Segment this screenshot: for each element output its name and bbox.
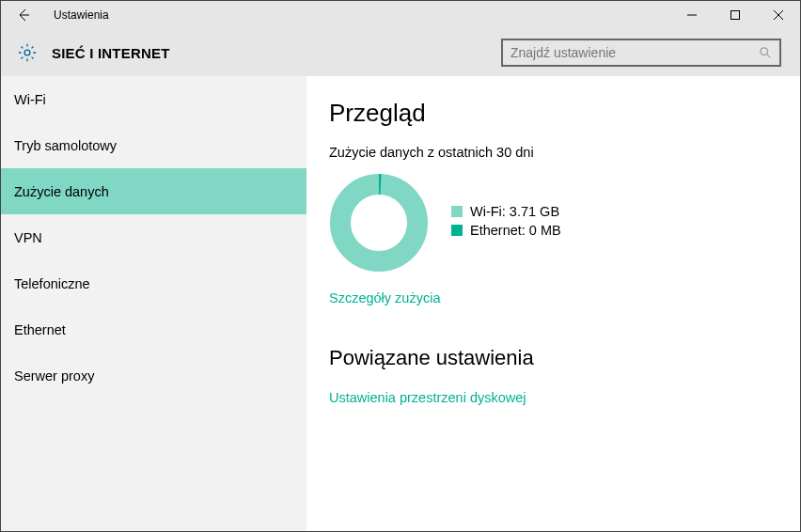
sidebar-item-label: Serwer proxy bbox=[14, 368, 94, 383]
header: SIEĆ I INTERNET bbox=[1, 29, 800, 76]
legend-label: Wi-Fi: 3.71 GB bbox=[470, 204, 559, 219]
sidebar-item-label: Zużycie danych bbox=[14, 184, 109, 199]
sidebar-item-label: Ethernet bbox=[14, 322, 66, 337]
titlebar: Ustawienia bbox=[1, 1, 800, 29]
sidebar-item-label: Wi-Fi bbox=[14, 92, 46, 107]
sidebar-item-proxy[interactable]: Serwer proxy bbox=[1, 352, 306, 399]
sidebar-item-data-usage[interactable]: Zużycie danych bbox=[1, 168, 306, 214]
sidebar-item-vpn[interactable]: VPN bbox=[1, 214, 306, 260]
chart-legend: Wi-Fi: 3.71 GB Ethernet: 0 MB bbox=[451, 204, 561, 242]
sidebar-item-label: Telefoniczne bbox=[14, 276, 90, 291]
overview-subheading: Zużycie danych z ostatnich 30 dni bbox=[329, 145, 777, 160]
back-button[interactable] bbox=[1, 1, 46, 29]
search-icon[interactable] bbox=[751, 46, 779, 59]
legend-swatch-ethernet bbox=[451, 225, 463, 236]
overview-heading: Przegląd bbox=[329, 99, 777, 128]
sidebar-item-label: Tryb samolotowy bbox=[14, 138, 117, 153]
search-input[interactable] bbox=[503, 45, 751, 60]
search-box[interactable] bbox=[501, 39, 781, 67]
svg-point-1 bbox=[24, 50, 30, 55]
svg-point-3 bbox=[340, 184, 417, 261]
data-usage-donut bbox=[329, 173, 429, 273]
svg-rect-0 bbox=[731, 11, 740, 20]
storage-settings-link[interactable]: Ustawienia przestrzeni dyskowej bbox=[329, 390, 526, 405]
legend-swatch-wifi bbox=[451, 206, 463, 217]
svg-point-2 bbox=[761, 48, 768, 55]
usage-details-link[interactable]: Szczegóły zużycia bbox=[329, 290, 440, 305]
legend-item-ethernet: Ethernet: 0 MB bbox=[451, 223, 561, 238]
sidebar: Wi-Fi Tryb samolotowy Zużycie danych VPN… bbox=[1, 76, 306, 531]
sidebar-item-label: VPN bbox=[14, 230, 42, 245]
legend-item-wifi: Wi-Fi: 3.71 GB bbox=[451, 204, 561, 219]
minimize-button[interactable] bbox=[670, 1, 714, 29]
maximize-button[interactable] bbox=[714, 1, 757, 29]
gear-icon bbox=[16, 41, 39, 64]
sidebar-item-ethernet[interactable]: Ethernet bbox=[1, 306, 306, 352]
related-heading: Powiązane ustawienia bbox=[329, 346, 777, 370]
window-title: Ustawienia bbox=[54, 8, 109, 22]
content: Przegląd Zużycie danych z ostatnich 30 d… bbox=[306, 76, 800, 531]
sidebar-item-wifi[interactable]: Wi-Fi bbox=[1, 76, 306, 122]
section-title: SIEĆ I INTERNET bbox=[52, 45, 170, 61]
legend-label: Ethernet: 0 MB bbox=[470, 223, 561, 238]
close-button[interactable] bbox=[757, 1, 800, 29]
sidebar-item-dialup[interactable]: Telefoniczne bbox=[1, 260, 306, 306]
sidebar-item-airplane[interactable]: Tryb samolotowy bbox=[1, 122, 306, 168]
